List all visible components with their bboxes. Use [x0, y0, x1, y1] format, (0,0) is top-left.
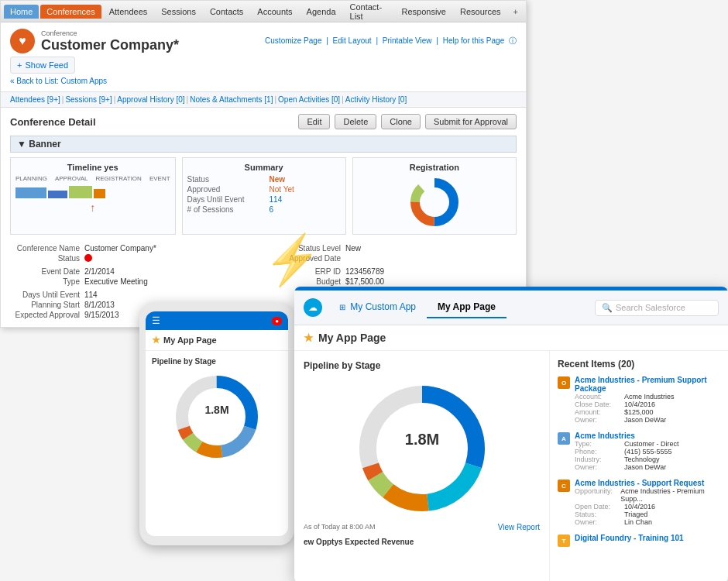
- nav-responsive[interactable]: Responsive: [396, 5, 452, 19]
- timeline-bar-registration: [69, 186, 92, 198]
- status-field-label: Status: [10, 254, 80, 263]
- recent-link-4[interactable]: Digital Foundry - Training 101: [575, 534, 720, 542]
- timeline-title: Timeline yes: [15, 163, 170, 172]
- mobile-notification-badge: ●: [272, 317, 282, 325]
- approved-value: Not Yet: [270, 185, 294, 194]
- mobile-content-area: Pipeline by Stage 1.8M: [146, 351, 288, 473]
- status-value: New: [270, 175, 286, 184]
- budget-value: $17,500.00: [345, 277, 384, 286]
- registration-card: Registration: [352, 157, 517, 235]
- conference-name-value: Customer Company*: [84, 244, 156, 253]
- sub-tab-open-activities[interactable]: Open Activities [0]: [278, 95, 340, 104]
- timeline-bar-event: [94, 189, 105, 198]
- pipeline-donut-chart: 1.8M: [352, 379, 492, 518]
- nav-add[interactable]: +: [509, 5, 523, 19]
- oppty-section-title: ew Opptys Expected Revenue: [304, 538, 540, 546]
- event-date-label: Event Date: [10, 267, 80, 276]
- nav-home[interactable]: Home: [4, 5, 39, 19]
- mobile-pipeline-title: Pipeline by Stage: [152, 357, 282, 366]
- registration-title: Registration: [358, 163, 511, 172]
- nav-contact-list[interactable]: Contact-List: [344, 0, 394, 23]
- salesforce-lightning-window: ☁ ⊞ My Custom App My App Page 🔍 Search S…: [294, 287, 728, 581]
- delete-button[interactable]: Delete: [335, 114, 376, 129]
- nav-agenda[interactable]: Agenda: [300, 5, 342, 19]
- timeline-label-event: EVENT: [149, 175, 170, 182]
- customize-link[interactable]: Customize Page: [265, 36, 321, 45]
- banner-section-header: ▼ Banner: [10, 136, 517, 153]
- conference-label: Conference: [41, 29, 179, 37]
- nav-accounts[interactable]: Accounts: [251, 5, 298, 19]
- mobile-donut-value: 1.8M: [204, 404, 228, 416]
- lightning-page-title-bar: ★ My App Page: [294, 325, 728, 351]
- event-date-value: 2/1/2014: [84, 267, 115, 276]
- sessions-label: # of Sessions: [187, 205, 265, 214]
- training-icon-1: T: [558, 535, 570, 547]
- nav-attendees[interactable]: Attendees: [103, 5, 154, 19]
- lightning-body: Pipeline by Stage 1.8M As of Today at 8:…: [294, 351, 728, 581]
- sessions-value: 6: [270, 205, 274, 214]
- mobile-page-title: My App Page: [163, 335, 217, 345]
- recent-items-title: Recent Items (20): [558, 359, 720, 370]
- action-toolbar: Conference Detail Edit Delete Clone Subm…: [10, 114, 517, 129]
- recent-item-3: C Acme Industries - Support Request Oppo…: [558, 479, 720, 526]
- timeline-bar-approval: [48, 191, 67, 198]
- grid-icon: ⊞: [339, 303, 345, 311]
- edit-button[interactable]: Edit: [298, 114, 330, 129]
- days-until-label: Days Until Event: [187, 195, 265, 204]
- app-tabs: ⊞ My Custom App My App Page: [328, 297, 589, 318]
- classic-nav: Home Conferences Attendees Sessions Cont…: [1, 1, 526, 22]
- nav-conferences[interactable]: Conferences: [40, 5, 101, 19]
- sub-tab-sessions[interactable]: Sessions [9+]: [65, 95, 112, 104]
- pipeline-footer: As of Today at 8:00 AM View Report: [304, 523, 540, 531]
- planning-start-label: Planning Start: [10, 301, 80, 309]
- tab-my-app-page[interactable]: My App Page: [427, 297, 507, 318]
- lightning-search-bar[interactable]: 🔍 Search Salesforce: [595, 300, 719, 316]
- mobile-phone-frame: ☰ ● ★ My App Page Pipeline by Stage 1.8M: [139, 302, 294, 545]
- opportunity-icon-1: O: [558, 376, 570, 389]
- sub-tab-notes[interactable]: Notes & Attachments [1]: [190, 95, 273, 104]
- sub-tab-attendees[interactable]: Attendees [9+]: [10, 95, 60, 104]
- salesforce-logo-icon: ☁: [304, 298, 322, 317]
- printable-link[interactable]: Printable View: [383, 36, 432, 45]
- mobile-menu-icon[interactable]: ☰: [152, 315, 160, 326]
- account-icon-1: A: [558, 432, 570, 445]
- days-until-value: 114: [270, 195, 283, 204]
- nav-sessions[interactable]: Sessions: [155, 5, 202, 19]
- case-icon-1: C: [558, 480, 570, 492]
- sub-tab-approval[interactable]: Approval History [0]: [117, 95, 184, 104]
- summary-title: Summary: [187, 163, 341, 172]
- timeline-bar-planning: [15, 187, 46, 198]
- recent-link-3[interactable]: Acme Industries - Support Request: [575, 479, 720, 487]
- salesforce-classic-window: Home Conferences Attendees Sessions Cont…: [0, 0, 527, 328]
- mobile-star-icon: ★: [152, 335, 160, 346]
- recent-items-panel: Recent Items (20) O Acme Industries - Pr…: [550, 351, 728, 581]
- nav-contacts[interactable]: Contacts: [204, 5, 249, 19]
- view-report-link[interactable]: View Report: [498, 523, 540, 531]
- banner-grid: Timeline yes PLANNING APPROVAL REGISTRAT…: [10, 157, 517, 235]
- help-link[interactable]: Help for this Page: [443, 36, 505, 45]
- page-header: ♥ Conference Customer Company* Customize…: [1, 22, 526, 92]
- back-link[interactable]: « Back to List: Custom Apps: [10, 77, 517, 85]
- sub-tab-activity-history[interactable]: Activity History [0]: [345, 95, 407, 104]
- planning-start-value: 8/1/2013: [84, 301, 115, 309]
- mobile-page-header: ★ My App Page: [146, 330, 288, 351]
- recent-link-1[interactable]: Acme Industries - Premium Support Packag…: [575, 376, 720, 393]
- sf-logo-icon: ♥: [10, 29, 35, 53]
- show-feed-button[interactable]: + Show Feed: [10, 57, 75, 74]
- expected-approval-value: 9/15/2013: [84, 311, 119, 319]
- mobile-pipeline-chart: 1.8M: [170, 370, 263, 463]
- registration-donut-chart: [407, 175, 462, 229]
- section-title: Conference Detail: [10, 116, 294, 128]
- pipeline-donut-value: 1.8M: [404, 431, 438, 448]
- pipeline-panel-title: Pipeline by Stage: [304, 360, 540, 371]
- tab-my-custom-app[interactable]: ⊞ My Custom App: [328, 297, 427, 318]
- timeline-label-approval: APPROVAL: [55, 175, 88, 182]
- nav-resources[interactable]: Resources: [454, 5, 507, 19]
- recent-link-2[interactable]: Acme Industries: [575, 431, 720, 440]
- sub-navigation: Attendees [9+] | Sessions [9+] | Approva…: [1, 92, 526, 108]
- edit-layout-link[interactable]: Edit Layout: [333, 36, 372, 45]
- clone-button[interactable]: Clone: [381, 114, 421, 129]
- days-until-event-value: 114: [84, 290, 98, 299]
- company-name: Customer Company*: [41, 37, 179, 53]
- submit-approval-button[interactable]: Submit for Approval: [425, 114, 517, 129]
